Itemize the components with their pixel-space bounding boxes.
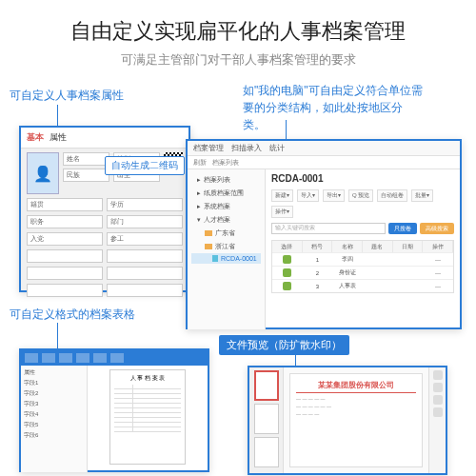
tool-btn[interactable]	[76, 353, 89, 363]
field[interactable]	[107, 284, 183, 297]
tool-btn[interactable]	[93, 353, 107, 363]
sub-item[interactable]: 刷新	[193, 158, 207, 168]
content-title: RCDA-0001	[266, 169, 460, 188]
field[interactable]: 籍贯	[27, 198, 103, 211]
btn-autogroup[interactable]: 自动组卷	[377, 189, 407, 202]
panel-attributes: 基本 属性 👤 姓名性别 民族出生 籍贯学历 职务部门 入党参工	[19, 126, 190, 292]
tool-btn[interactable]	[42, 353, 55, 363]
menu-item[interactable]: 档案管理	[193, 143, 224, 153]
btn-export[interactable]: 导出▾	[323, 189, 345, 202]
file-icon	[212, 255, 218, 262]
field-item[interactable]: 字段1	[24, 379, 84, 387]
field[interactable]: 姓名	[63, 152, 109, 166]
callout-line	[57, 323, 58, 351]
folder-icon	[205, 230, 212, 236]
field-item[interactable]: 字段5	[24, 421, 84, 429]
col: 操作	[423, 241, 453, 252]
tool-icon[interactable]	[433, 407, 443, 417]
divider	[296, 392, 416, 393]
tool-icon[interactable]	[433, 383, 443, 392]
tool-icon[interactable]	[433, 370, 443, 380]
viewer-sidebar	[428, 367, 446, 473]
document-viewer[interactable]: 某某集团股份有限公司 — — — — —— — — — — —— — — —	[284, 367, 428, 473]
table-row[interactable]: 1李四⋯	[272, 252, 453, 266]
tree-item[interactable]: 广东省	[191, 227, 261, 240]
watermark-text: — — — — —— — — — — —— — — —	[296, 395, 416, 418]
btn-new[interactable]: 新建▾	[271, 189, 293, 202]
panel-tabs: 基本 属性	[21, 128, 188, 149]
col: 名称	[332, 241, 363, 252]
field[interactable]: 民族	[63, 169, 109, 182]
field[interactable]: 部门	[107, 215, 183, 228]
menu-item[interactable]: 统计	[269, 143, 285, 153]
field-item[interactable]: 字段6	[24, 431, 84, 440]
btn-preview[interactable]: Q 预览	[348, 189, 373, 202]
callout-attributes: 可自定义人事档案属性	[10, 88, 124, 104]
form-title: 人 事 档 案 表	[114, 374, 181, 383]
col: 选择	[272, 241, 303, 252]
panel-preview: 某某集团股份有限公司 — — — — —— — — — — —— — — —	[248, 366, 447, 475]
thumbnail-strip	[249, 367, 284, 473]
tool-btn[interactable]	[59, 353, 72, 363]
designer-toolbar	[21, 350, 208, 366]
field-item[interactable]: 字段4	[24, 410, 84, 419]
tree-item[interactable]: ▾人才档案	[191, 213, 261, 227]
page-title: 自由定义实现扁平化的人事档案管理	[0, 0, 476, 46]
col: 档号	[303, 241, 333, 252]
tree-sidebar: ▸档案列表 ▸纸质档案范围 ▸系统档案 ▾人才档案 广东省 浙江省 RCDA-0…	[188, 169, 266, 329]
callout-preview: 文件预览（防扩散水印）	[219, 335, 349, 355]
tree-item[interactable]: ▸纸质档案范围	[191, 187, 261, 200]
tool-icon[interactable]	[433, 395, 443, 405]
photo-placeholder[interactable]: 👤	[27, 152, 59, 194]
field[interactable]: 职务	[27, 215, 103, 228]
thumbnail[interactable]	[254, 370, 279, 401]
menu-item[interactable]: 扫描录入	[231, 143, 262, 153]
btn-import[interactable]: 导入▾	[297, 189, 319, 202]
field[interactable]	[107, 267, 183, 280]
field[interactable]	[27, 267, 103, 280]
adv-search-button[interactable]: 高级搜索	[420, 223, 454, 234]
btn-action[interactable]: 操作▾	[271, 206, 293, 218]
table-header: 选择 档号 名称 题名 日期 操作	[272, 241, 453, 252]
avatar-icon	[283, 268, 291, 277]
tree-item[interactable]: 浙江省	[191, 240, 261, 253]
callout-qrcode: 自动生成二维码	[105, 156, 185, 175]
search-input[interactable]: 输入关键词搜索	[271, 223, 386, 234]
folder-icon	[205, 244, 212, 249]
search-button[interactable]: 只搜卷	[388, 223, 417, 234]
tab-basic[interactable]: 基本	[27, 131, 44, 144]
document-page: 某某集团股份有限公司 — — — — —— — — — — —— — — —	[289, 373, 423, 467]
field-item[interactable]: 字段3	[24, 400, 84, 408]
company-header: 某某集团股份有限公司	[296, 380, 416, 390]
panel-main-app: 档案管理 扫描录入 统计 刷新 档案列表 ▸档案列表 ▸纸质档案范围 ▸系统档案…	[186, 139, 462, 329]
field[interactable]: 参工	[107, 232, 183, 246]
avatar-icon	[283, 282, 291, 290]
form-preview: 人 事 档 案 表	[109, 369, 186, 465]
table-row[interactable]: 2身份证⋯	[272, 266, 453, 279]
sub-item[interactable]: 档案列表	[212, 158, 239, 168]
avatar-icon	[283, 255, 291, 264]
tree-item[interactable]: ▸档案列表	[191, 173, 261, 187]
tool-btn[interactable]	[110, 353, 124, 363]
field[interactable]: 学历	[107, 198, 183, 211]
field[interactable]	[27, 284, 103, 297]
tool-btn[interactable]	[25, 353, 38, 363]
callout-region: 如"我的电脑"可自由定义符合单位需要的分类结构，如此处按地区分类。	[243, 82, 424, 133]
field[interactable]	[27, 249, 103, 263]
table-row[interactable]: 3人事表⋯	[272, 279, 453, 292]
thumbnail[interactable]	[254, 437, 279, 467]
field[interactable]	[107, 249, 183, 263]
col: 题名	[363, 241, 393, 252]
field[interactable]: 入党	[27, 232, 103, 246]
data-table: 选择 档号 名称 题名 日期 操作 1李四⋯ 2身份证⋯ 3人事表⋯	[271, 240, 454, 293]
tree-item-selected[interactable]: RCDA-0001	[191, 253, 261, 264]
sub-toolbar: 刷新 档案列表	[188, 156, 460, 169]
col: 日期	[393, 241, 424, 252]
field-item[interactable]: 字段2	[24, 389, 84, 398]
field-list: 属性 字段1 字段2 字段3 字段4 字段5 字段6	[21, 366, 88, 472]
tree-item[interactable]: ▸系统档案	[191, 200, 261, 213]
tab-props[interactable]: 属性	[50, 131, 67, 144]
thumbnail[interactable]	[254, 404, 279, 434]
field-item[interactable]: 属性	[24, 368, 84, 377]
btn-batch[interactable]: 批量▾	[411, 189, 433, 202]
